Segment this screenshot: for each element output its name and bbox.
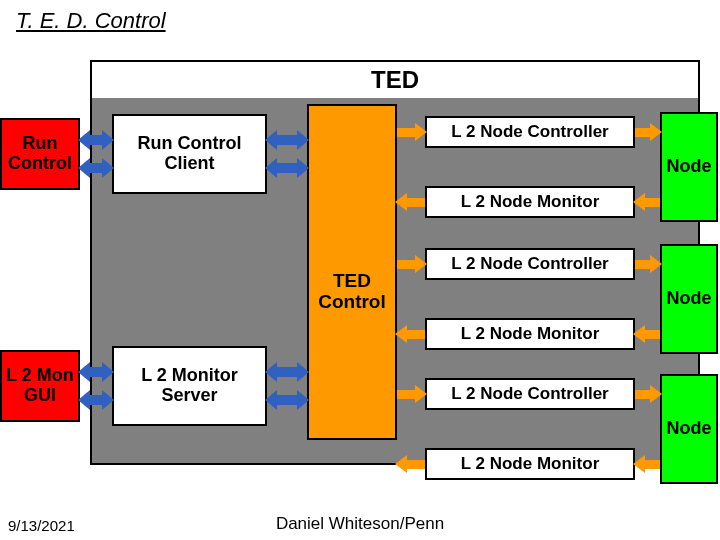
l2-mon-gui-box: L 2 Mon GUI: [0, 350, 80, 422]
l2-mon-gui-label: L 2 Mon GUI: [2, 366, 78, 406]
l2-node-controller-2: L 2 Node Controller: [425, 248, 635, 280]
node-1-box: Node: [660, 112, 718, 222]
run-control-client-box: Run Control Client: [112, 114, 267, 194]
node-2-label: Node: [667, 289, 712, 309]
footer-author: Daniel Whiteson/Penn: [276, 514, 444, 534]
ted-control-box: TED Control: [307, 104, 397, 440]
node-2-box: Node: [660, 244, 718, 354]
run-control-box: Run Control: [0, 118, 80, 190]
l2-node-controller-1: L 2 Node Controller: [425, 116, 635, 148]
l2-node-monitor-2-label: L 2 Node Monitor: [461, 324, 600, 344]
l2-monitor-server-label: L 2 Monitor Server: [114, 366, 265, 406]
l2-node-monitor-1: L 2 Node Monitor: [425, 186, 635, 218]
page-title: T. E. D. Control: [16, 8, 166, 34]
node-3-label: Node: [667, 419, 712, 439]
l2-node-controller-3: L 2 Node Controller: [425, 378, 635, 410]
l2-node-controller-2-label: L 2 Node Controller: [451, 254, 608, 274]
node-1-label: Node: [667, 157, 712, 177]
node-3-box: Node: [660, 374, 718, 484]
l2-node-controller-1-label: L 2 Node Controller: [451, 122, 608, 142]
l2-monitor-server-box: L 2 Monitor Server: [112, 346, 267, 426]
l2-node-controller-3-label: L 2 Node Controller: [451, 384, 608, 404]
ted-header: TED: [92, 62, 698, 98]
footer-date: 9/13/2021: [8, 517, 75, 534]
run-control-label: Run Control: [2, 134, 78, 174]
l2-node-monitor-2: L 2 Node Monitor: [425, 318, 635, 350]
ted-control-label: TED Control: [309, 271, 395, 313]
l2-node-monitor-3-label: L 2 Node Monitor: [461, 454, 600, 474]
run-control-client-label: Run Control Client: [114, 134, 265, 174]
l2-node-monitor-3: L 2 Node Monitor: [425, 448, 635, 480]
l2-node-monitor-1-label: L 2 Node Monitor: [461, 192, 600, 212]
